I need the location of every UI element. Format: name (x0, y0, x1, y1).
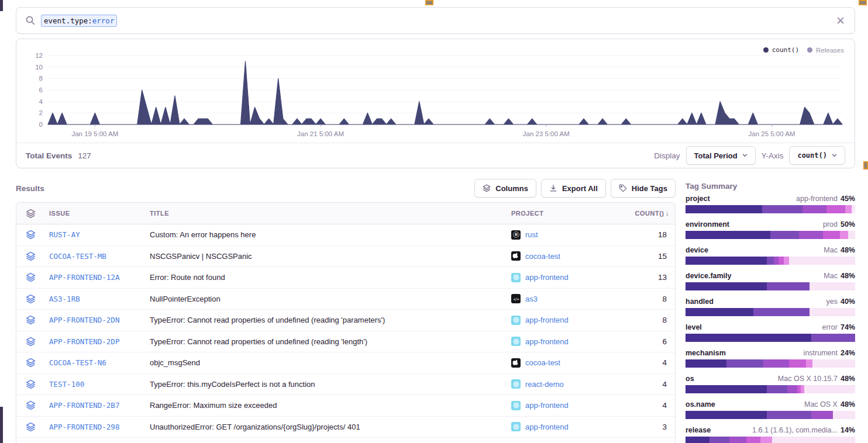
tag-bar-segment[interactable] (799, 231, 823, 239)
issue-link[interactable]: APP-FRONTEND-2B7 (49, 401, 119, 410)
tag-bar-segment[interactable] (686, 411, 767, 419)
tag-bar-segment[interactable] (686, 308, 753, 316)
display-dropdown[interactable]: Total Period (686, 146, 756, 165)
table-row[interactable]: RUST-AY Custom: An error happens here R … (16, 224, 675, 246)
project-link[interactable]: app-frontend (525, 423, 569, 431)
tag-bar-segment[interactable] (767, 257, 774, 265)
column-header-title[interactable]: TITLE (145, 210, 507, 217)
project-link[interactable]: as3 (525, 295, 538, 303)
tag-bar-segment[interactable] (845, 205, 852, 213)
tag-bar-segment[interactable] (789, 359, 806, 368)
search-query-token[interactable]: event.type: error (41, 15, 117, 27)
tag-bar-segment[interactable] (840, 231, 849, 239)
project-link[interactable]: react-demo (525, 380, 564, 389)
issue-link[interactable]: APP-FRONTEND-2DN (49, 316, 119, 324)
tag-bar-segment[interactable] (767, 385, 787, 393)
table-row[interactable]: APP-FRONTEND-12A Error: Route not found … (16, 267, 675, 289)
tag-bar-segment[interactable] (823, 231, 840, 239)
table-row[interactable]: AS3-1RB NullPointerException </> as3 8 (16, 289, 675, 310)
search-bar[interactable]: event.type: error ✕ (16, 7, 855, 34)
tag-bar-segment[interactable] (848, 231, 855, 239)
table-row[interactable]: TEST-100 TypeError: this.myCodeIsPerfect… (16, 374, 675, 396)
project-link[interactable]: cocoa-test (525, 358, 560, 367)
tag-bar-segment[interactable] (686, 205, 762, 213)
tag-bar-segment[interactable] (709, 437, 730, 443)
tag-bar-segment[interactable] (826, 205, 845, 213)
columns-button[interactable]: Columns (474, 179, 536, 198)
issue-link[interactable]: COCOA-TEST-MB (49, 252, 106, 261)
tag-distribution-bar[interactable] (686, 385, 855, 393)
hide-tags-button[interactable]: Hide Tags (611, 179, 676, 198)
tag-bar-segment[interactable] (810, 308, 855, 316)
issue-link[interactable]: TEST-100 (49, 380, 84, 389)
tag-bar-segment[interactable] (787, 385, 797, 393)
tag-bar-segment[interactable] (767, 282, 810, 290)
tag-bar-segment[interactable] (852, 205, 855, 213)
tag-distribution-bar[interactable] (686, 437, 855, 443)
tag-bar-segment[interactable] (833, 411, 855, 419)
tag-distribution-bar[interactable] (686, 411, 855, 419)
project-link[interactable]: cocoa-test (525, 252, 560, 261)
table-row[interactable]: APP-FRONTEND-2DP TypeError: Cannot read … (16, 331, 675, 353)
tag-bar-segment[interactable] (726, 359, 764, 368)
tag-distribution-bar[interactable] (686, 231, 855, 239)
table-row[interactable]: APP-FRONTEND-2B7 RangeError: Maximum siz… (16, 395, 675, 417)
tag-bar-segment[interactable] (810, 282, 855, 290)
project-link[interactable]: app-frontend (525, 401, 569, 410)
tag-distribution-bar[interactable] (686, 308, 855, 316)
tag-bar-segment[interactable] (686, 282, 767, 290)
tag-bar-segment[interactable] (789, 257, 855, 265)
tag-bar-segment[interactable] (806, 359, 813, 368)
project-link[interactable]: rust (525, 230, 538, 239)
tag-bar-segment[interactable] (804, 385, 855, 393)
tag-bar-segment[interactable] (770, 231, 799, 239)
table-row[interactable]: APP-FRONTEND-2DN TypeError: Cannot read … (16, 310, 675, 331)
export-all-button[interactable]: Export All (541, 179, 606, 198)
tag-distribution-bar[interactable] (686, 282, 855, 290)
tag-bar-segment[interactable] (760, 437, 772, 443)
events-area-chart[interactable]: 024681012Jan 19 5:00 AMJan 21 5:00 AMJan… (25, 47, 846, 144)
yaxis-dropdown[interactable]: count() (789, 146, 845, 165)
table-row[interactable]: APP-FRONTEND-298 UnauthorizedError: GET … (16, 417, 675, 438)
tag-bar-segment[interactable] (746, 437, 760, 443)
column-header-project[interactable]: PROJECT (507, 210, 624, 217)
tag-bar-segment[interactable] (812, 359, 855, 368)
svg-text:6: 6 (39, 86, 43, 94)
project-link[interactable]: app-frontend (525, 273, 569, 282)
project-link[interactable]: app-frontend (525, 337, 569, 346)
tag-distribution-bar[interactable] (686, 257, 855, 265)
project-link[interactable]: app-frontend (525, 316, 569, 324)
tag-bar-segment[interactable] (762, 205, 803, 213)
table-row[interactable]: COCOA-TEST-N6 objc_msgSend cocoa-test 4 (16, 352, 675, 374)
issue-link[interactable]: APP-FRONTEND-2DP (49, 337, 119, 346)
column-header-count[interactable]: COUNT()↓ (624, 209, 675, 217)
tag-bar-segment[interactable] (763, 359, 789, 368)
tag-distribution-bar[interactable] (686, 205, 855, 213)
issue-link[interactable]: APP-FRONTEND-12A (49, 273, 119, 282)
column-header-issue[interactable]: ISSUE (44, 210, 145, 217)
issue-link[interactable]: APP-FRONTEND-298 (49, 423, 119, 431)
tag-bar-segment[interactable] (686, 334, 811, 342)
issue-link[interactable]: AS3-1RB (49, 295, 80, 303)
tag-bar-segment[interactable] (802, 205, 826, 213)
tag-bar-segment[interactable] (811, 411, 833, 419)
tag-bar-segment[interactable] (686, 231, 770, 239)
tag-bar-segment[interactable] (753, 308, 810, 316)
tag-bar-segment[interactable] (686, 437, 709, 443)
tag-distribution-bar[interactable] (686, 359, 855, 368)
table-row[interactable]: COCOA-TEST-MB NSCGSPanicv | NSCGSPanic c… (16, 246, 675, 268)
tag-bar-segment[interactable] (686, 359, 726, 368)
tag-bar-segment[interactable] (779, 257, 784, 265)
issue-link[interactable]: COCOA-TEST-N6 (49, 358, 106, 367)
tag-bar-segment[interactable] (811, 334, 855, 342)
tag-bar-segment[interactable] (686, 385, 767, 393)
tag-bar-segment[interactable] (729, 437, 746, 443)
tag-distribution-bar[interactable] (686, 334, 855, 342)
issue-link[interactable]: RUST-AY (49, 230, 80, 239)
clear-search-icon[interactable]: ✕ (836, 15, 845, 26)
tag-bar-segment[interactable] (774, 257, 779, 265)
tag-bar-segment[interactable] (772, 437, 855, 443)
tag-bar-segment[interactable] (767, 411, 811, 419)
tag-bar-segment[interactable] (686, 257, 767, 265)
tag-bar-segment[interactable] (784, 257, 789, 265)
